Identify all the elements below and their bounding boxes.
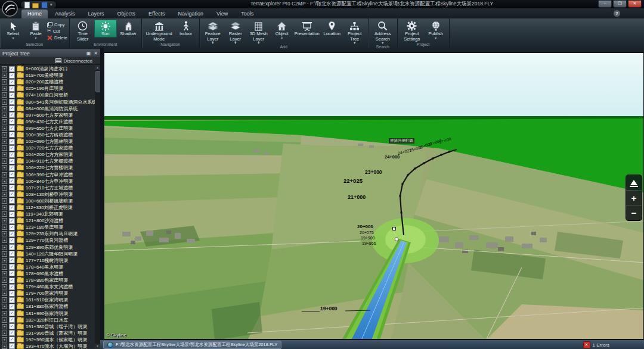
tree-item[interactable]: +✓112+330刘桥正虎明渠: [0, 204, 95, 211]
checkbox[interactable]: ✓: [9, 251, 15, 257]
tree-item[interactable]: +✓0+000清泉沟进水口: [0, 66, 95, 72]
tree-item[interactable]: +✓097+600七方罗家明渠: [0, 112, 95, 119]
tree-item[interactable]: +✓191+990曾城（萧家湾）明渠: [0, 330, 95, 336]
checkbox[interactable]: ✓: [9, 291, 15, 297]
save-project-icon[interactable]: [41, 2, 48, 8]
minimize-button[interactable]: –: [598, 0, 612, 8]
tree-item[interactable]: +✓121+800沙河渡槽: [0, 217, 95, 224]
skyline-logo-icon[interactable]: [2, 1, 18, 17]
checkbox[interactable]: ✓: [9, 238, 15, 244]
expand-icon[interactable]: +: [2, 304, 7, 309]
presentation-button[interactable]: Presentation: [293, 20, 321, 38]
expand-icon[interactable]: +: [2, 297, 7, 303]
copy-button[interactable]: Copy: [47, 21, 67, 27]
underground-mode-button[interactable]: Underground Mode: [144, 20, 175, 42]
tree-item[interactable]: +✓108+130刘桥申冲明渠: [0, 191, 95, 198]
expand-icon[interactable]: +: [2, 66, 7, 71]
expand-icon[interactable]: +: [2, 86, 7, 91]
checkbox[interactable]: ✓: [9, 225, 15, 230]
expand-icon[interactable]: +: [2, 251, 7, 257]
indoor-button[interactable]: Indoor: [175, 20, 197, 38]
checkbox[interactable]: ✓: [9, 139, 15, 145]
tree-item[interactable]: +✓098+430七方文庄渡槽: [0, 119, 95, 125]
checkbox[interactable]: ✓: [9, 112, 15, 118]
tree-item[interactable]: +✓104+910七方宋棚渡槽: [0, 158, 95, 164]
checkbox[interactable]: ✓: [9, 205, 15, 211]
tab-view[interactable]: View: [210, 10, 234, 18]
checkbox[interactable]: ✓: [9, 317, 15, 323]
checkbox[interactable]: ✓: [9, 198, 15, 204]
tree-item[interactable]: +✓020+200孟楼渡槽: [0, 79, 95, 85]
object-button[interactable]: Object▾: [271, 20, 293, 40]
expand-icon[interactable]: +: [2, 278, 7, 283]
expand-icon[interactable]: +: [2, 258, 7, 263]
select-button[interactable]: Select▾: [2, 20, 24, 40]
expand-icon[interactable]: +: [2, 238, 7, 243]
tree-scrollbar[interactable]: ▲ ▼: [95, 65, 100, 349]
checkbox[interactable]: ✓: [9, 172, 15, 177]
checkbox[interactable]: ✓: [9, 125, 15, 131]
checkbox[interactable]: ✓: [9, 132, 15, 138]
tree-item[interactable]: +✓129+890东郊优良明渠: [0, 244, 95, 251]
navigation-widget[interactable]: + −: [626, 174, 642, 221]
expand-icon[interactable]: +: [2, 291, 7, 296]
expand-icon[interactable]: +: [2, 218, 7, 223]
tree-item[interactable]: +✓108+680刘桥姚坡暗渠: [0, 198, 95, 204]
tree-item[interactable]: +✓102+720七方方家渡槽: [0, 145, 95, 151]
expand-icon[interactable]: +: [2, 205, 7, 210]
tree-item[interactable]: +✓193+470漂水（大堰沟）明渠: [0, 343, 95, 349]
project-tree-button[interactable]: Project Tree▾: [343, 20, 366, 45]
expand-icon[interactable]: +: [2, 79, 7, 85]
expand-icon[interactable]: +: [2, 126, 7, 131]
cut-button[interactable]: ✂ Cut: [47, 28, 67, 34]
sun-button[interactable]: Sun: [94, 20, 117, 38]
expand-icon[interactable]: +: [2, 132, 7, 138]
pin-icon[interactable]: ▣: [86, 51, 91, 56]
tree-item[interactable]: +✓129+235东郊白马庄明渠: [0, 230, 95, 237]
tree-item[interactable]: +✓181+880张家湾渡槽: [0, 303, 95, 310]
checkbox[interactable]: ✓: [9, 278, 15, 283]
expand-icon[interactable]: +: [2, 165, 7, 170]
checkbox[interactable]: ✓: [9, 99, 15, 105]
tree-item[interactable]: +✓084+000黑清河防洪系统: [0, 105, 95, 112]
tree-item[interactable]: +✓080+541夹河倒虹吸涵洞分水系统: [0, 98, 95, 105]
expand-icon[interactable]: +: [2, 145, 7, 151]
scroll-down-icon[interactable]: ▼: [95, 344, 100, 349]
open-project-icon[interactable]: [32, 3, 39, 8]
tab-layers[interactable]: Layers: [82, 10, 110, 18]
checkbox[interactable]: ✓: [9, 257, 15, 263]
expand-icon[interactable]: +: [2, 311, 7, 316]
expand-icon[interactable]: +: [2, 152, 7, 157]
checkbox[interactable]: ✓: [9, 119, 15, 124]
tree-item[interactable]: +✓106+390七方申冲渡槽: [0, 172, 95, 178]
delete-button[interactable]: Delete: [47, 35, 67, 40]
tree-item[interactable]: +✓140+120六隆华阳河明渠: [0, 251, 95, 257]
checkbox[interactable]: ✓: [9, 86, 15, 92]
project-settings-button[interactable]: Project Settings: [400, 20, 425, 42]
tree-item[interactable]: +✓177+710槐树湾明渠: [0, 257, 95, 264]
location-button[interactable]: Location: [321, 20, 343, 38]
expand-icon[interactable]: +: [2, 106, 7, 111]
open-fly-project-button[interactable]: F:\鄂北水资源配置工程Skyline大场景\鄂北水资源配置工程Skyline大…: [103, 341, 281, 349]
checkbox[interactable]: ✓: [9, 158, 15, 164]
checkbox[interactable]: ✓: [9, 211, 15, 217]
terrain-3d-view[interactable]: + − © Skyline: [104, 52, 644, 339]
checkbox[interactable]: ✓: [9, 336, 15, 342]
checkbox[interactable]: ✓: [9, 304, 15, 310]
checkbox[interactable]: ✓: [9, 185, 15, 191]
expand-icon[interactable]: +: [2, 344, 7, 349]
paste-button[interactable]: Paste▾: [24, 20, 47, 40]
tree-item[interactable]: +✓100+350七方砖桥渡槽: [0, 132, 95, 138]
checkbox[interactable]: ✓: [9, 270, 15, 276]
help-icon[interactable]: ?: [614, 10, 620, 17]
error-indicator[interactable]: ✕ 1 Errors: [583, 341, 609, 348]
zoom-out-button[interactable]: −: [626, 205, 642, 220]
expand-icon[interactable]: +: [2, 172, 7, 177]
tree-item[interactable]: +✓106+220七方贾楼明渠: [0, 164, 95, 171]
tab-tools[interactable]: Tools: [235, 10, 259, 18]
expand-icon[interactable]: +: [2, 73, 7, 78]
expand-icon[interactable]: +: [2, 113, 7, 118]
tree-item[interactable]: +✓119+340北郊明渠: [0, 211, 95, 217]
tree-item[interactable]: +✓179+700唐家湾明渠: [0, 290, 95, 297]
feature-layer-button[interactable]: Feature Layer▾: [202, 20, 224, 45]
